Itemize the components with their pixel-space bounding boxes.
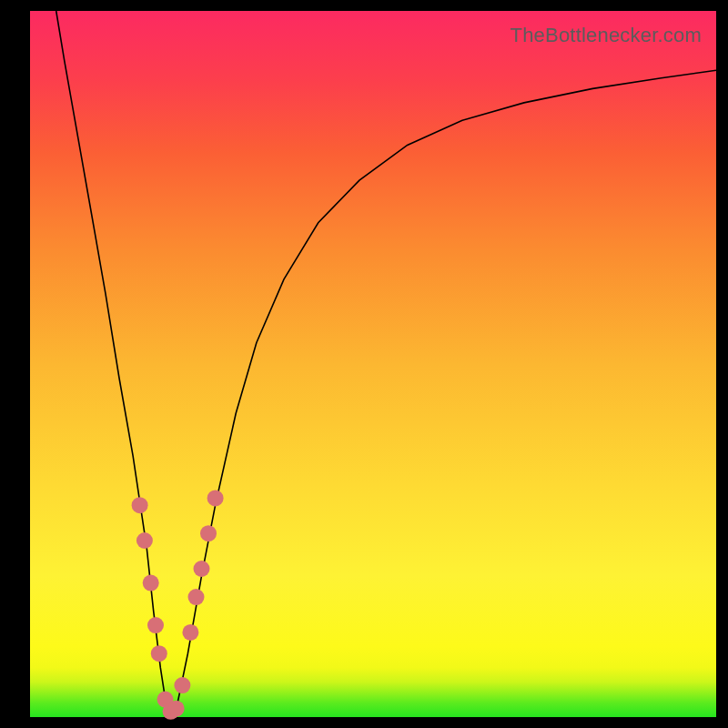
marker-cluster-left-mid (143, 575, 159, 592)
marker-cluster-right-upper (200, 525, 217, 541)
marker-cluster (132, 490, 224, 719)
marker-dip-bottom-2 (168, 701, 185, 717)
marker-cluster-right-low (182, 624, 198, 641)
marker-cluster-right-top (207, 490, 224, 506)
marker-dip-right (174, 677, 190, 693)
marker-cluster-left-top (132, 497, 148, 513)
marker-cluster-left-low (151, 645, 167, 662)
bottleneck-curve (56, 11, 716, 713)
marker-cluster-left-lower (147, 617, 164, 633)
plot-area: TheBottlenecker.com (30, 11, 716, 717)
marker-cluster-left-upper (136, 532, 153, 549)
chart-frame: TheBottlenecker.com (0, 0, 728, 728)
chart-svg (30, 11, 716, 717)
marker-cluster-right-mid2 (194, 561, 210, 577)
marker-cluster-right-mid1 (188, 589, 205, 605)
